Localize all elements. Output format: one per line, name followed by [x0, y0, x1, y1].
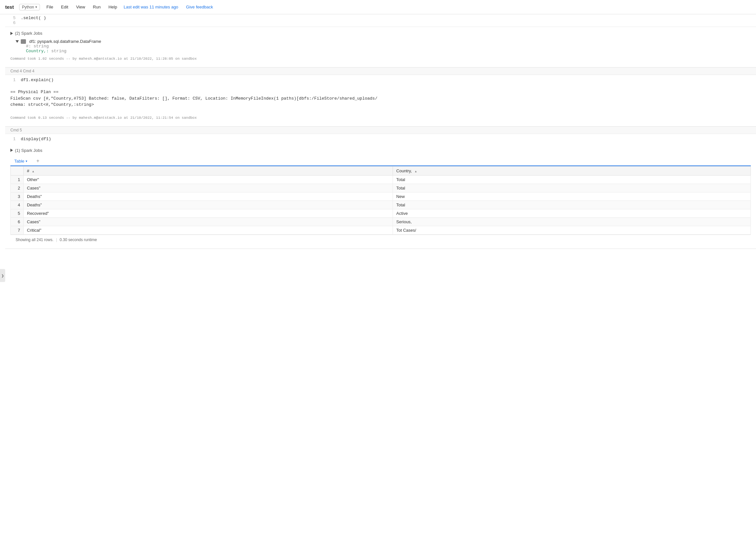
- df-field-hash: #: string: [26, 44, 751, 49]
- cmd4-code-1[interactable]: df1.explain(): [21, 78, 54, 82]
- cell-hash-6: Cases": [24, 217, 393, 226]
- cmd5-code-1[interactable]: display(df1): [21, 137, 51, 141]
- table-footer: Showing all 241 rows. | 0.30 seconds run…: [10, 234, 751, 245]
- footer-rows-label: Showing all 241 rows.: [16, 237, 54, 242]
- cell-cmd5-output: (1) Spark Jobs Table ▾ + # ▲: [5, 144, 756, 248]
- line-num-5: 5: [10, 16, 16, 20]
- dataframe-section: df1: pyspark.sql.dataframe.DataFrame #: …: [16, 39, 751, 54]
- tab-chevron-down-icon[interactable]: ▾: [26, 159, 27, 163]
- cell-cmd4-code[interactable]: 1 df1.explain(): [5, 75, 756, 85]
- table-row: 3 Deaths" New: [11, 192, 751, 200]
- menu-run[interactable]: Run: [91, 4, 102, 10]
- plan-output: == Physical Plan == FileScan csv [#,"Cou…: [10, 88, 751, 109]
- cell-cmd4-output: == Physical Plan == FileScan csv [#,"Cou…: [5, 85, 756, 126]
- cell-country-7: Tot Cases/: [393, 226, 751, 234]
- cell-cmd5-code[interactable]: 1 display(df1): [5, 134, 756, 144]
- table-tabs: Table ▾ +: [10, 154, 751, 166]
- table-row: 1 Other" Total: [11, 175, 751, 184]
- tab-table-label: Table: [14, 159, 24, 163]
- cell-country-2: Total: [393, 184, 751, 192]
- cell-hash-7: Critical": [24, 226, 393, 234]
- cell-hash-2: Cases": [24, 184, 393, 192]
- df-fields: #: string Country,: string: [26, 44, 751, 54]
- cell-cmd3: (2) Spark Jobs df1: pyspark.sql.datafram…: [5, 27, 756, 67]
- col-header-rownum: [11, 166, 24, 175]
- code-line-5[interactable]: .select( ): [21, 16, 46, 20]
- cmd4-label: Cmd 4: [10, 69, 22, 73]
- row-num-3: 3: [11, 192, 24, 200]
- cmd4-line-num-1: 1: [10, 78, 16, 82]
- cell-cmd3-output: (2) Spark Jobs df1: pyspark.sql.datafram…: [5, 27, 756, 67]
- table-row: 7 Critical" Tot Cases/: [11, 226, 751, 234]
- row-num-6: 6: [11, 217, 24, 226]
- spark-jobs-label-cmd5: (1) Spark Jobs: [15, 148, 42, 153]
- menu-bar: File Edit View Run Help: [45, 4, 118, 10]
- col-country-label: Country,: [396, 168, 412, 173]
- table-icon: [21, 39, 26, 44]
- cell-cmd4: Cmd 4 Cmd 4 1 df1.explain() == Physical …: [5, 67, 756, 126]
- cell-hash-5: Recovered": [24, 209, 393, 217]
- cell-hash-3: Deaths": [24, 192, 393, 200]
- table-header: # ▲ Country, ▲: [11, 166, 751, 175]
- cell-cmd5-header: Cmd 5: [5, 126, 756, 134]
- cmd4-timing: Command took 0.13 seconds -- by mahesh.m…: [10, 114, 751, 122]
- line-num-6: 6: [10, 20, 16, 25]
- menu-edit[interactable]: Edit: [60, 4, 69, 10]
- tab-add-button[interactable]: +: [34, 157, 42, 165]
- cmd5-line-num-1: 1: [10, 137, 16, 141]
- cell-cmd5: Cmd 5 1 display(df1) (1) Spark Jobs Tabl…: [5, 126, 756, 249]
- table-header-row: # ▲ Country, ▲: [11, 166, 751, 175]
- menu-help[interactable]: Help: [107, 4, 118, 10]
- col-header-country[interactable]: Country, ▲: [393, 166, 751, 175]
- cell-country-6: Serious,: [393, 217, 751, 226]
- sort-arrow-country-icon[interactable]: ▲: [414, 170, 417, 173]
- give-feedback-button[interactable]: Give feedback: [186, 5, 213, 9]
- footer-separator: |: [56, 237, 57, 242]
- triangle-right-icon: [10, 32, 13, 35]
- cell-cmd4-header: Cmd 4 Cmd 4: [5, 67, 756, 75]
- table-row: 5 Recovered" Active: [11, 209, 751, 217]
- python-label: Python: [22, 5, 34, 9]
- last-edit-link[interactable]: Last edit was 11 minutes ago: [124, 5, 178, 9]
- row-num-7: 7: [11, 226, 24, 234]
- code-line-6: [21, 20, 23, 25]
- cell-country-4: Total: [393, 200, 751, 209]
- spark-jobs-label-cmd3: (2) Spark Jobs: [15, 31, 42, 36]
- spark-jobs-toggle-cmd3[interactable]: (2) Spark Jobs: [10, 30, 751, 37]
- table-body: 1 Other" Total 2 Cases" Total 3 Deaths" …: [11, 175, 751, 234]
- df-label: df1: pyspark.sql.dataframe.DataFrame: [29, 39, 101, 44]
- menu-view[interactable]: View: [75, 4, 86, 10]
- spark-jobs-toggle-cmd5[interactable]: (1) Spark Jobs: [10, 147, 751, 154]
- top-bar: test Python ▾ File Edit View Run Help La…: [0, 0, 756, 14]
- cell-hash-4: Deaths": [24, 200, 393, 209]
- data-table: # ▲ Country, ▲ 1 Other" Total: [10, 166, 751, 234]
- notebook: 5 .select( ) 6 (2) Spark Jobs df1: pyspa…: [5, 14, 756, 249]
- cell-country-5: Active: [393, 209, 751, 217]
- top-code-snippet: 5 .select( ) 6: [5, 14, 756, 27]
- table-row: 6 Cases" Serious,: [11, 217, 751, 226]
- spark-jobs-triangle-icon: [10, 149, 13, 152]
- cell-country-1: Total: [393, 175, 751, 184]
- row-num-2: 2: [11, 184, 24, 192]
- table-row: 2 Cases" Total: [11, 184, 751, 192]
- col-hash-label: #: [27, 168, 29, 173]
- df-field-country: Country,: string: [26, 49, 751, 54]
- python-selector[interactable]: Python ▾: [19, 4, 40, 10]
- cmd3-timing: Command took 1.02 seconds -- by mahesh.m…: [10, 55, 751, 63]
- sort-arrow-hash-icon[interactable]: ▲: [32, 170, 35, 173]
- df-header[interactable]: df1: pyspark.sql.dataframe.DataFrame: [16, 39, 751, 44]
- row-num-4: 4: [11, 200, 24, 209]
- footer-runtime: 0.30 seconds runtime: [60, 237, 97, 242]
- app-title: test: [5, 4, 14, 10]
- tab-table[interactable]: Table ▾: [10, 157, 31, 166]
- row-num-5: 5: [11, 209, 24, 217]
- cell-country-3: New: [393, 192, 751, 200]
- menu-file[interactable]: File: [45, 4, 54, 10]
- chevron-down-icon: ▾: [35, 5, 37, 9]
- table-row: 4 Deaths" Total: [11, 200, 751, 209]
- triangle-down-icon: [16, 40, 19, 43]
- col-header-hash[interactable]: # ▲: [24, 166, 393, 175]
- row-num-1: 1: [11, 175, 24, 184]
- cell-hash-1: Other": [24, 175, 393, 184]
